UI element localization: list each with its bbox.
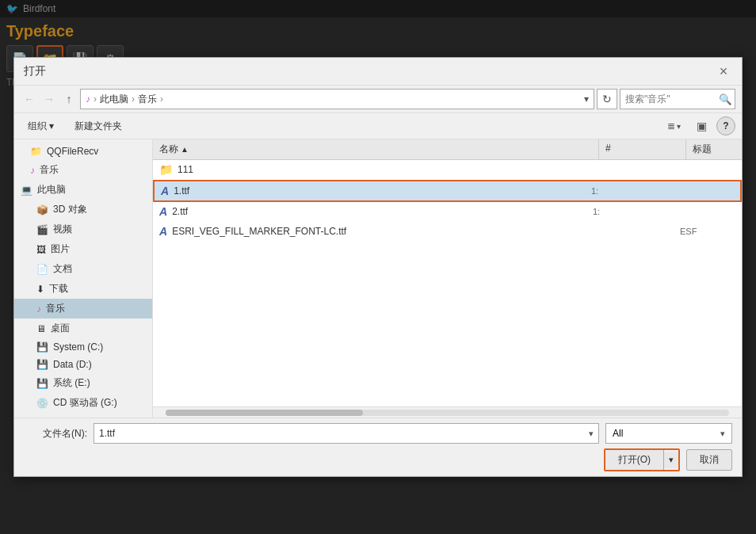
- pane-icon: ▣: [697, 120, 707, 132]
- search-button[interactable]: 🔍: [716, 90, 735, 109]
- sidebar-label: 音乐: [46, 302, 65, 315]
- file-name: 1.ttf: [174, 185, 591, 196]
- folder-111-icon: 📁: [159, 163, 173, 176]
- filename-dropdown-arrow[interactable]: ▾: [589, 429, 594, 439]
- filetype-dropdown[interactable]: All ▾: [605, 423, 732, 444]
- pane-button[interactable]: ▣: [691, 116, 712, 136]
- sidebar-item-this-pc[interactable]: 💻 此电脑: [14, 180, 152, 200]
- file-row-esri[interactable]: A ESRI_VEG_FILL_MARKER_FONT-LC.ttf ESF: [153, 222, 742, 242]
- path-music-icon: ♪: [86, 93, 90, 105]
- file-hash: 1:: [591, 186, 678, 196]
- filename-label: 文件名(N):: [24, 427, 87, 441]
- sidebar-item-desktop[interactable]: 🖥 桌面: [14, 318, 152, 338]
- esri-icon: A: [159, 225, 167, 238]
- sidebar-item-qqfilerecv[interactable]: 📁 QQFileRecv: [14, 143, 152, 160]
- open-arrow-icon: ▾: [669, 455, 674, 464]
- cancel-button[interactable]: 取消: [686, 449, 732, 471]
- path-part-pc: 此电脑: [100, 93, 128, 106]
- open-button[interactable]: 打开(O): [605, 450, 664, 470]
- up-icon: ↑: [67, 93, 72, 105]
- help-button[interactable]: ?: [716, 116, 735, 135]
- sidebar-item-system-e[interactable]: 💾 系统 (E:): [14, 373, 152, 393]
- sidebar-item-video[interactable]: 🎬 视频: [14, 219, 152, 239]
- file-list: 📁 111 A 1.ttf 1:: [153, 160, 742, 406]
- path-separator2: ›: [132, 93, 135, 105]
- path-separator3: ›: [160, 93, 163, 105]
- back-icon: ←: [24, 93, 35, 105]
- refresh-button[interactable]: ↻: [597, 89, 617, 109]
- up-button[interactable]: ↑: [60, 90, 78, 108]
- sidebar-item-system-c[interactable]: 💾 System (C:): [14, 338, 152, 356]
- downloads-icon: ⬇: [36, 284, 44, 295]
- search-icon: 🔍: [719, 93, 732, 105]
- drive-d-icon: 💾: [36, 359, 48, 370]
- sidebar-label: 音乐: [40, 163, 59, 177]
- back-button[interactable]: ←: [21, 90, 38, 108]
- sidebar-label: 系统 (E:): [53, 376, 90, 390]
- 3d-icon: 📦: [36, 204, 48, 216]
- view-arrow-icon: ▾: [677, 122, 681, 131]
- organize-arrow-icon: ▾: [49, 120, 54, 132]
- sidebar-label: 桌面: [51, 322, 70, 335]
- sidebar-item-music-top[interactable]: ♪ 音乐: [14, 160, 152, 180]
- sidebar-label: 图片: [51, 242, 70, 256]
- view-toggle-button[interactable]: ≣ ▾: [662, 117, 686, 135]
- horizontal-scrollbar[interactable]: [153, 406, 742, 418]
- file-dialog: 打开 × ← → ↑ ♪ › 此电脑 ›: [13, 57, 743, 477]
- drive-c-icon: 💾: [36, 341, 48, 353]
- dialog-backdrop: 打开 × ← → ↑ ♪ › 此电脑 ›: [0, 0, 756, 534]
- sidebar-item-docs[interactable]: 📄 文档: [14, 259, 152, 279]
- video-icon: 🎬: [36, 224, 48, 235]
- open-arrow-button[interactable]: ▾: [664, 452, 678, 468]
- docs-icon: 📄: [36, 264, 48, 275]
- ttf-1-icon: A: [161, 185, 169, 197]
- file-list-container: 名称 ▲ # 标题 📁: [153, 139, 742, 418]
- sidebar-label: Data (D:): [53, 359, 92, 370]
- sidebar-label: 3D 对象: [53, 203, 87, 216]
- col-hash-header[interactable]: #: [599, 139, 686, 159]
- desktop-icon: 🖥: [36, 323, 46, 334]
- sidebar-item-3d[interactable]: 📦 3D 对象: [14, 200, 152, 219]
- file-name: ESRI_VEG_FILL_MARKER_FONT-LC.ttf: [172, 226, 593, 237]
- organize-button[interactable]: 组织 ▾: [21, 116, 61, 136]
- file-row-folder-111[interactable]: 📁 111: [153, 160, 742, 180]
- col-tag-header[interactable]: 标题: [686, 139, 742, 159]
- cd-icon: 💿: [36, 398, 48, 409]
- sidebar-label: System (C:): [53, 341, 103, 353]
- path-dropdown-button[interactable]: ▾: [584, 93, 589, 105]
- file-browser-sidebar: 📁 QQFileRecv ♪ 音乐 💻 此电脑 📦 3D 对象: [14, 139, 153, 418]
- file-row-1ttf[interactable]: A 1.ttf 1:: [153, 180, 742, 202]
- sidebar-label: 视频: [53, 223, 72, 236]
- sidebar-item-downloads[interactable]: ⬇ 下载: [14, 279, 152, 299]
- address-path[interactable]: ♪ › 此电脑 › 音乐 › ▾: [80, 89, 594, 109]
- sidebar-label: 下载: [49, 282, 68, 296]
- forward-button[interactable]: →: [40, 90, 58, 108]
- sidebar-item-music-main[interactable]: ♪ 音乐: [14, 299, 152, 318]
- sort-arrow-icon: ▲: [181, 145, 189, 154]
- search-box: 🔍: [620, 89, 735, 109]
- sidebar-item-data-d[interactable]: 💾 Data (D:): [14, 356, 152, 373]
- filename-input-container: 1.ttf ▾: [94, 423, 599, 444]
- sidebar-item-pictures[interactable]: 🖼 图片: [14, 239, 152, 259]
- music-icon: ♪: [30, 165, 35, 176]
- file-row-2ttf[interactable]: A 2.ttf 1:: [153, 202, 742, 222]
- dialog-close-button[interactable]: ×: [715, 63, 732, 80]
- sidebar-label: CD 驱动器 (G:): [53, 396, 117, 410]
- view-icon: ≣: [667, 120, 675, 132]
- music-main-icon: ♪: [36, 303, 41, 315]
- filename-value[interactable]: 1.ttf: [99, 428, 115, 439]
- help-icon: ?: [723, 120, 728, 132]
- drive-e-icon: 💾: [36, 378, 48, 389]
- search-input[interactable]: [620, 93, 716, 105]
- sidebar-label: QQFileRecv: [47, 146, 98, 157]
- forward-icon: →: [44, 93, 55, 105]
- sidebar-item-cd-g[interactable]: 💿 CD 驱动器 (G:): [14, 393, 152, 413]
- organize-label: 组织: [28, 120, 47, 133]
- file-name: 111: [178, 164, 593, 175]
- file-name: 2.ttf: [172, 206, 593, 217]
- ttf-2-icon: A: [159, 205, 167, 218]
- pictures-icon: 🖼: [36, 244, 46, 255]
- sidebar-label: 此电脑: [37, 183, 66, 196]
- col-name-header[interactable]: 名称 ▲: [153, 139, 599, 159]
- new-folder-button[interactable]: 新建文件夹: [66, 116, 131, 136]
